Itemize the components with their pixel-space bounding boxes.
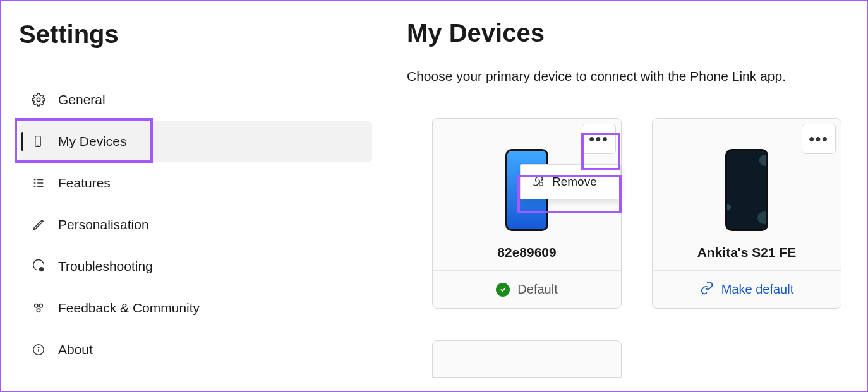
- gear-icon: [32, 93, 58, 107]
- phone-icon: [32, 134, 58, 148]
- make-default-button[interactable]: Make default: [653, 270, 841, 308]
- device-preview-icon: [725, 149, 768, 231]
- link-icon: [700, 281, 714, 298]
- sidebar-item-label: Feedback & Community: [58, 300, 200, 316]
- default-label: Default: [517, 282, 557, 297]
- features-icon: [32, 176, 58, 190]
- sidebar-item-label: My Devices: [58, 134, 127, 149]
- device-card[interactable]: ••• Ankita's S21 FE Make default: [652, 118, 841, 309]
- page-title: My Devices: [407, 19, 845, 47]
- device-more-button[interactable]: •••: [802, 124, 836, 154]
- remove-menu-item[interactable]: Remove: [520, 164, 621, 199]
- pen-icon: [32, 218, 58, 232]
- device-name: Ankita's S21 FE: [697, 245, 797, 260]
- sidebar-title: Settings: [19, 20, 372, 49]
- svg-point-12: [39, 304, 42, 308]
- sidebar-item-personalisation[interactable]: Personalisation: [19, 204, 372, 246]
- svg-point-11: [35, 304, 39, 308]
- page-subtitle: Choose your primary device to connect wi…: [407, 69, 845, 84]
- community-icon: [32, 301, 58, 315]
- svg-point-16: [38, 347, 39, 348]
- more-icon: •••: [589, 130, 608, 148]
- sidebar-item-label: Features: [58, 175, 111, 191]
- main-panel: My Devices Choose your primary device to…: [380, 1, 867, 391]
- troubleshoot-icon: ?: [32, 259, 58, 273]
- sidebar-item-feedback[interactable]: Feedback & Community: [19, 287, 372, 329]
- device-card-placeholder[interactable]: [432, 340, 622, 378]
- devices-row: ••• 82e89609 Remove: [407, 118, 845, 309]
- check-circle-icon: [496, 283, 510, 297]
- unlink-icon: [531, 174, 545, 191]
- device-name: 82e89609: [497, 245, 556, 260]
- settings-sidebar: Settings General My Devices Features: [1, 1, 380, 391]
- make-default-label: Make default: [721, 282, 794, 297]
- sidebar-item-label: Troubleshooting: [58, 259, 153, 274]
- info-icon: [32, 343, 58, 357]
- svg-text:?: ?: [40, 268, 42, 271]
- sidebar-item-features[interactable]: Features: [19, 162, 372, 204]
- sidebar-nav: General My Devices Features Personalisat…: [19, 79, 372, 371]
- sidebar-item-general[interactable]: General: [19, 79, 372, 121]
- svg-point-0: [37, 98, 40, 102]
- device-default-row: Default: [433, 270, 621, 308]
- device-card[interactable]: ••• 82e89609 Remove: [432, 118, 622, 309]
- sidebar-item-about[interactable]: About: [19, 329, 372, 371]
- device-more-button[interactable]: •••: [582, 124, 616, 154]
- remove-label: Remove: [552, 175, 597, 189]
- sidebar-item-my-devices[interactable]: My Devices: [19, 121, 372, 162]
- sidebar-item-label: About: [58, 342, 93, 357]
- svg-point-13: [37, 309, 40, 312]
- sidebar-item-troubleshooting[interactable]: ? Troubleshooting: [19, 246, 372, 287]
- more-icon: •••: [809, 130, 828, 148]
- sidebar-item-label: Personalisation: [58, 217, 149, 232]
- sidebar-item-label: General: [58, 92, 105, 107]
